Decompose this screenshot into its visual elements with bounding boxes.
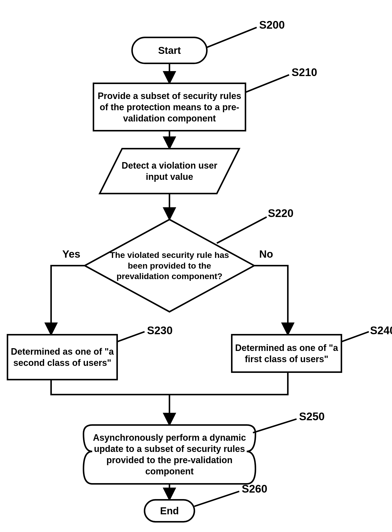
s210-text: Provide a subset of security rules of th… <box>93 90 245 124</box>
ref-s230: S230 <box>147 324 173 337</box>
svg-line-4 <box>245 75 289 92</box>
s230-text: Determined as one of "a second class of … <box>7 346 117 368</box>
end-node: End <box>145 500 194 522</box>
svg-line-1 <box>207 27 257 47</box>
end-text: End <box>160 505 179 517</box>
yes-label: Yes <box>62 248 80 260</box>
svg-line-18 <box>194 491 239 506</box>
flowchart-canvas: Start S200 Provide a subset of security … <box>0 0 392 532</box>
s220-node: The violated security rule has been prov… <box>107 234 232 297</box>
start-text: Start <box>158 44 181 57</box>
ref-s250: S250 <box>299 410 325 423</box>
io-node: Detect a violation user input value <box>115 149 224 194</box>
no-label: No <box>259 248 273 260</box>
svg-line-13 <box>341 332 369 342</box>
s240-text: Determined as one of "a first class of u… <box>232 342 341 365</box>
s250-text: Asynchronously perform a dynamic update … <box>90 432 249 477</box>
ref-s240: S240 <box>370 324 392 337</box>
s250-node: Asynchronously perform a dynamic update … <box>90 425 249 484</box>
svg-line-11 <box>117 332 145 342</box>
io-text: Detect a violation user input value <box>115 160 224 182</box>
start-node: Start <box>132 37 207 63</box>
ref-s210: S210 <box>292 66 317 79</box>
svg-line-15 <box>253 419 297 433</box>
ref-s220: S220 <box>268 207 294 219</box>
s220-text: The violated security rule has been prov… <box>107 250 232 282</box>
ref-s260: S260 <box>242 483 267 495</box>
s240-node: Determined as one of "a first class of u… <box>232 335 341 372</box>
s210-node: Provide a subset of security rules of th… <box>93 83 245 131</box>
ref-s200: S200 <box>259 19 285 31</box>
s230-node: Determined as one of "a second class of … <box>7 335 117 380</box>
